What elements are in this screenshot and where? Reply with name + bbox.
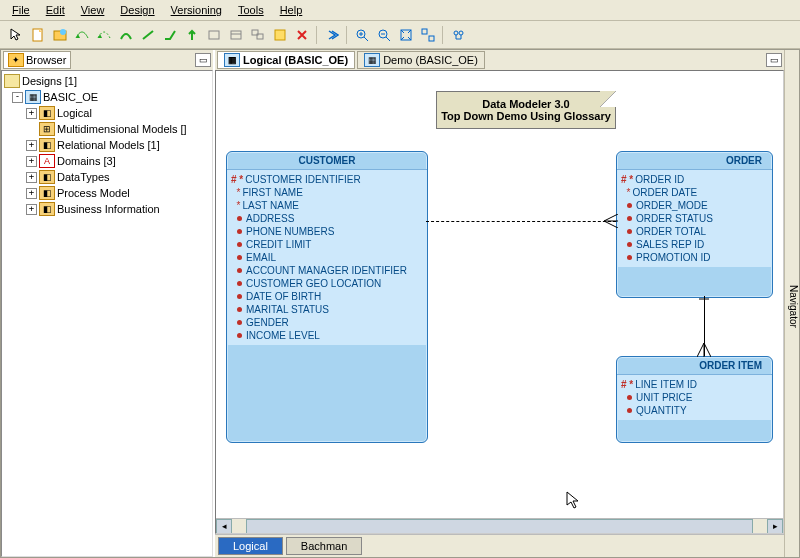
entity-attrs: # *LINE ITEM IDUNIT PRICEQUANTITY: [617, 374, 772, 420]
note-line2: Top Down Demo Using Glossary: [441, 110, 611, 122]
fit-screen-icon[interactable]: [396, 25, 415, 44]
scroll-right-icon[interactable]: ▸: [767, 519, 783, 534]
expand-icon[interactable]: +: [26, 140, 37, 151]
attr-name: INCOME LEVEL: [246, 329, 320, 342]
mouse-cursor-icon: [566, 491, 582, 509]
attr-marker: *: [231, 186, 240, 199]
attribute-row: EMAIL: [231, 251, 423, 264]
browser-tab[interactable]: ✦ Browser: [3, 51, 71, 69]
collapse-icon[interactable]: -: [12, 92, 23, 103]
arrow-arc-icon[interactable]: [116, 25, 135, 44]
search-icon[interactable]: [448, 25, 467, 44]
tree-logical[interactable]: Logical: [57, 107, 92, 119]
attr-marker: [237, 229, 242, 234]
attribute-row: QUANTITY: [621, 404, 768, 417]
menu-versioning[interactable]: Versioning: [163, 2, 230, 18]
attribute-row: GENDER: [231, 316, 423, 329]
bottom-tabstrip: Logical Bachman: [215, 534, 784, 557]
bottom-tab-logical[interactable]: Logical: [218, 537, 283, 555]
arrow-green-icon[interactable]: [72, 25, 91, 44]
menu-tools[interactable]: Tools: [230, 2, 272, 18]
tree-mdm[interactable]: Multidimensional Models []: [57, 123, 187, 135]
entity-wizard-icon[interactable]: [50, 25, 69, 44]
entity-attrs: # *ORDER ID *ORDER DATEORDER_MODEORDER S…: [617, 169, 772, 267]
delete-icon[interactable]: [292, 25, 311, 44]
attr-name: LAST NAME: [242, 199, 299, 212]
attribute-row: *FIRST NAME: [231, 186, 423, 199]
tree-process[interactable]: Process Model: [57, 187, 130, 199]
attribute-row: PROMOTION ID: [621, 251, 768, 264]
diagram-note[interactable]: Data Modeler 3.0 Top Down Demo Using Glo…: [436, 91, 616, 129]
relationship-line[interactable]: [426, 221, 616, 222]
attr-marker: [627, 255, 632, 260]
entity-customer[interactable]: CUSTOMER # *CUSTOMER IDENTIFIER *FIRST N…: [226, 151, 428, 443]
attr-marker: [237, 255, 242, 260]
attr-name: FIRST NAME: [242, 186, 302, 199]
cube-icon: ◧: [39, 138, 55, 152]
tab-demo[interactable]: ▦ Demo (BASIC_OE): [357, 51, 485, 69]
cube-icon: ◧: [39, 186, 55, 200]
minimize-button[interactable]: ▭: [195, 53, 211, 67]
attribute-row: INCOME LEVEL: [231, 329, 423, 342]
box-icon-1[interactable]: [204, 25, 223, 44]
tree-datatypes[interactable]: DataTypes: [57, 171, 110, 183]
tab-logical[interactable]: ▦ Logical (BASIC_OE): [217, 51, 355, 69]
menu-design[interactable]: Design: [112, 2, 162, 18]
box-icon-2[interactable]: [226, 25, 245, 44]
layout-icon[interactable]: [418, 25, 437, 44]
zoom-in-icon[interactable]: [352, 25, 371, 44]
attribute-row: ACCOUNT MANAGER IDENTIFIER: [231, 264, 423, 277]
attribute-row: DATE OF BIRTH: [231, 290, 423, 303]
attribute-row: # *CUSTOMER IDENTIFIER: [231, 173, 423, 186]
browser-icon: ✦: [8, 53, 24, 67]
bottom-tab-bachman[interactable]: Bachman: [286, 537, 362, 555]
expand-icon[interactable]: +: [26, 156, 37, 167]
arrow-up-icon[interactable]: [182, 25, 201, 44]
attr-marker: [237, 216, 242, 221]
scroll-thumb[interactable]: [246, 519, 753, 534]
maximize-button[interactable]: ▭: [766, 53, 782, 67]
tree-design[interactable]: BASIC_OE: [43, 91, 98, 103]
tree-domains[interactable]: Domains [3]: [57, 155, 116, 167]
editor-area: ▦ Logical (BASIC_OE) ▦ Demo (BASIC_OE) ▭…: [215, 50, 784, 557]
new-doc-icon[interactable]: [28, 25, 47, 44]
attr-marker: [627, 395, 632, 400]
menu-edit[interactable]: Edit: [38, 2, 73, 18]
entity-order-item[interactable]: ORDER ITEM # *LINE ITEM IDUNIT PRICEQUAN…: [616, 356, 773, 443]
arrow-line-icon[interactable]: [138, 25, 157, 44]
select-cursor-icon[interactable]: [6, 25, 25, 44]
arrow-bent-icon[interactable]: [160, 25, 179, 44]
horizontal-scrollbar[interactable]: ◂ ▸: [216, 518, 783, 533]
attribute-row: *ORDER DATE: [621, 186, 768, 199]
diagram-canvas[interactable]: Data Modeler 3.0 Top Down Demo Using Glo…: [215, 70, 784, 534]
entity-order[interactable]: ORDER # *ORDER ID *ORDER DATEORDER_MODEO…: [616, 151, 773, 298]
expand-icon[interactable]: +: [26, 172, 37, 183]
scroll-left-icon[interactable]: ◂: [216, 519, 232, 534]
navigator-tab[interactable]: Navigator: [784, 50, 799, 557]
attr-marker: # *: [621, 173, 633, 186]
tree-bi[interactable]: Business Information: [57, 203, 160, 215]
folder-icon: [4, 74, 20, 88]
tree-root[interactable]: Designs [1]: [22, 75, 77, 87]
engineer-icon[interactable]: [322, 25, 341, 44]
note-fold-icon: [600, 91, 616, 107]
attribute-row: CREDIT LIMIT: [231, 238, 423, 251]
note-icon[interactable]: [270, 25, 289, 44]
expand-icon[interactable]: +: [26, 188, 37, 199]
expand-icon[interactable]: +: [26, 108, 37, 119]
menu-view[interactable]: View: [73, 2, 113, 18]
zoom-out-icon[interactable]: [374, 25, 393, 44]
box-icon-3[interactable]: [248, 25, 267, 44]
attr-name: ORDER TOTAL: [636, 225, 706, 238]
arrow-green-dash-icon[interactable]: [94, 25, 113, 44]
menu-help[interactable]: Help: [272, 2, 311, 18]
attr-name: ORDER_MODE: [636, 199, 708, 212]
attribute-row: SALES REP ID: [621, 238, 768, 251]
expand-icon[interactable]: +: [26, 204, 37, 215]
menubar: File Edit View Design Versioning Tools H…: [0, 0, 800, 21]
cube-icon: ◧: [39, 106, 55, 120]
menu-file[interactable]: File: [4, 2, 38, 18]
svg-point-2: [60, 29, 66, 35]
diagram-icon: ▦: [364, 53, 380, 67]
tree-rel[interactable]: Relational Models [1]: [57, 139, 160, 151]
